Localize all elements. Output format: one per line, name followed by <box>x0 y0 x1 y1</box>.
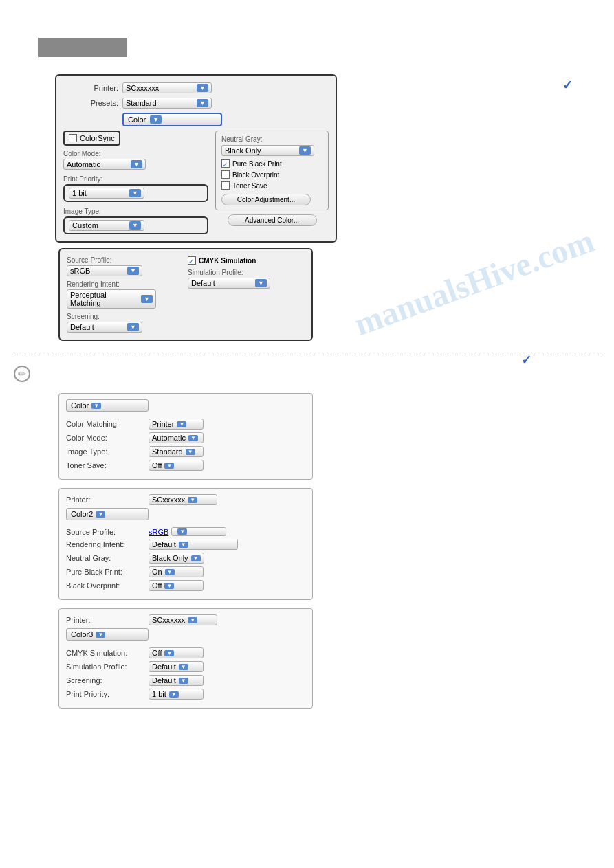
panel2-pure-black-row: Pure Black Print: On ▼ <box>66 566 305 577</box>
panel3-sim-profile-row: Simulation Profile: Default ▼ <box>66 661 305 672</box>
panel2-header-select[interactable]: Color2 ▼ <box>66 508 149 520</box>
panel3-cmyk-select[interactable]: Off ▼ <box>149 647 204 658</box>
neutral-gray-select[interactable]: Black Only ▼ <box>221 145 314 156</box>
panel3-cmyk-row: CMYK Simulation: Off ▼ <box>66 647 305 658</box>
panel1-color-mode-value: Automatic <box>152 434 186 442</box>
left-column: ColorSync Color Mode: Automatic ▼ Print … <box>63 131 208 234</box>
black-overprint-check-icon[interactable] <box>221 170 230 179</box>
panel3-screening-row: Screening: Default ▼ <box>66 675 305 686</box>
simulation-profile-select[interactable]: Default ▼ <box>188 278 270 289</box>
printer-select[interactable]: SCxxxxxx ▼ <box>122 82 212 93</box>
panel3-header-select[interactable]: Color3 ▼ <box>66 628 149 641</box>
panel3-screening-select[interactable]: Default ▼ <box>149 675 204 686</box>
panel-3: Printer: SCxxxxxx ▼ Color3 ▼ CMYK Simula… <box>58 608 313 709</box>
panel2-source-profile-value[interactable]: sRGB <box>149 528 168 536</box>
color-select[interactable]: Color ▼ <box>122 113 222 126</box>
print-priority-box: 1 bit ▼ <box>63 184 208 202</box>
source-profile-arrow-icon: ▼ <box>127 267 139 275</box>
panel2-ng-arrow-icon: ▼ <box>191 555 201 561</box>
image-type-arrow-icon: ▼ <box>129 221 141 230</box>
source-profile-select[interactable]: sRGB ▼ <box>67 265 142 276</box>
panel3-print-priority-label: Print Priority: <box>66 690 149 698</box>
panel1-toner-save-label: Toner Save: <box>66 461 149 469</box>
panel3-pp-arrow-icon: ▼ <box>169 691 179 698</box>
source-profile-value: sRGB <box>70 267 90 275</box>
panel1-header-value: Color <box>71 401 89 410</box>
panel2-ri-arrow-icon: ▼ <box>179 542 188 548</box>
image-type-select[interactable]: Custom ▼ <box>69 220 144 231</box>
panel2-pure-black-select[interactable]: On ▼ <box>149 566 204 577</box>
printer-row: Printer: SCxxxxxx ▼ <box>63 82 329 93</box>
panel1-imgtype-arrow-icon: ▼ <box>186 449 195 455</box>
panel3-sim-profile-select[interactable]: Default ▼ <box>149 661 204 672</box>
advanced-color-btn-wrap: Advanced Color... <box>215 214 329 226</box>
panel2-source-profile-row: Source Profile: sRGB ▼ <box>66 527 305 536</box>
color-adjustment-button[interactable]: Color Adjustment... <box>221 194 311 205</box>
panel3-printer-row: Printer: SCxxxxxx ▼ <box>66 614 305 625</box>
rendering-intent-select[interactable]: Perceptual Matching ▼ <box>67 289 156 309</box>
watermark: manualsHive.com <box>349 221 599 343</box>
screening-label: Screening: <box>67 313 181 320</box>
panel2-source-profile-select[interactable]: ▼ <box>171 527 226 536</box>
panel3-printer-select[interactable]: SCxxxxxx ▼ <box>149 614 217 625</box>
panel2-printer-select[interactable]: SCxxxxxx ▼ <box>149 494 217 505</box>
panel2-neutral-gray-value: Black Only <box>152 554 188 562</box>
simulation-profile-arrow-icon: ▼ <box>255 279 267 287</box>
color-arrow-icon: ▼ <box>150 115 162 124</box>
toner-save-check-icon[interactable] <box>221 181 230 190</box>
pure-black-check-icon[interactable] <box>221 159 230 168</box>
source-profile-section: Source Profile: sRGB ▼ <box>67 256 181 276</box>
advanced-dialog: Source Profile: sRGB ▼ Rendering Intent:… <box>58 248 313 341</box>
panel2-black-overprint-select[interactable]: Off ▼ <box>149 580 204 591</box>
panel3-sim-profile-value: Default <box>152 663 176 671</box>
panel2-rendering-intent-select[interactable]: Default ▼ <box>149 539 238 550</box>
color-mode-select[interactable]: Automatic ▼ <box>63 159 146 170</box>
panel2-header-value: Color2 <box>71 510 93 518</box>
panel1-header-select[interactable]: Color ▼ <box>66 399 149 412</box>
presets-label: Presets: <box>63 99 118 107</box>
source-profile-label: Source Profile: <box>67 256 181 264</box>
panel3-cmyk-arrow-icon: ▼ <box>164 650 174 656</box>
screening-select[interactable]: Default ▼ <box>67 322 142 333</box>
panel2-pure-black-value: On <box>152 568 162 576</box>
panel1-toner-save-value: Off <box>152 461 162 469</box>
panel3-screen-arrow-icon: ▼ <box>179 678 188 684</box>
panel1-image-type-select[interactable]: Standard ▼ <box>149 446 204 457</box>
panel2-neutral-gray-row: Neutral Gray: Black Only ▼ <box>66 553 305 564</box>
panel2-black-overprint-row: Black Overprint: Off ▼ <box>66 580 305 591</box>
presets-select[interactable]: Standard ▼ <box>122 98 212 109</box>
panel2-header-row: Color2 ▼ <box>66 508 305 524</box>
image-type-section: Image Type: Custom ▼ <box>63 208 208 234</box>
panel3-header-arrow-icon: ▼ <box>96 632 105 638</box>
panel2-black-overprint-label: Black Overprint: <box>66 581 149 590</box>
panel1-color-mode-select[interactable]: Automatic ▼ <box>149 432 204 443</box>
section-divider <box>14 355 600 355</box>
panel1-toner-save-select[interactable]: Off ▼ <box>149 460 204 471</box>
panel1-color-mode-label: Color Mode: <box>66 434 149 442</box>
panel3-screening-label: Screening: <box>66 676 149 685</box>
black-overprint-row: Black Overprint <box>221 170 322 179</box>
panel1-color-matching-select[interactable]: Printer ▼ <box>149 419 204 430</box>
panel1-mode-arrow-icon: ▼ <box>188 435 198 441</box>
colorsync-row: ColorSync <box>63 131 208 146</box>
image-type-box: Custom ▼ <box>63 216 208 234</box>
panel1-toner-save-row: Toner Save: Off ▼ <box>66 460 305 471</box>
colorsync-checkbox[interactable]: ColorSync <box>63 131 120 146</box>
panel3-cmyk-value: Off <box>152 649 162 657</box>
print-priority-select[interactable]: 1 bit ▼ <box>69 188 144 199</box>
panel-2: Printer: SCxxxxxx ▼ Color2 ▼ Source Prof… <box>58 488 313 600</box>
panel3-header-value: Color3 <box>71 630 93 638</box>
pure-black-row: Pure Black Print <box>221 159 322 168</box>
rendering-intent-value: Perceptual Matching <box>70 291 137 307</box>
cmyk-check-icon[interactable] <box>188 256 196 265</box>
presets-row: Presets: Standard ▼ <box>63 98 329 109</box>
panel1-header-row: Color ▼ <box>66 399 305 416</box>
advanced-color-button[interactable]: Advanced Color... <box>228 214 317 226</box>
panel3-cmyk-label: CMYK Simulation: <box>66 649 149 657</box>
panel3-sp-arrow-icon: ▼ <box>179 664 188 670</box>
panel2-neutral-gray-select[interactable]: Black Only ▼ <box>149 553 204 564</box>
neutral-gray-value: Black Only <box>225 146 261 155</box>
panel3-print-priority-select[interactable]: 1 bit ▼ <box>149 689 204 700</box>
colorsync-check-icon <box>69 134 77 142</box>
neutral-gray-label: Neutral Gray: <box>221 135 322 143</box>
